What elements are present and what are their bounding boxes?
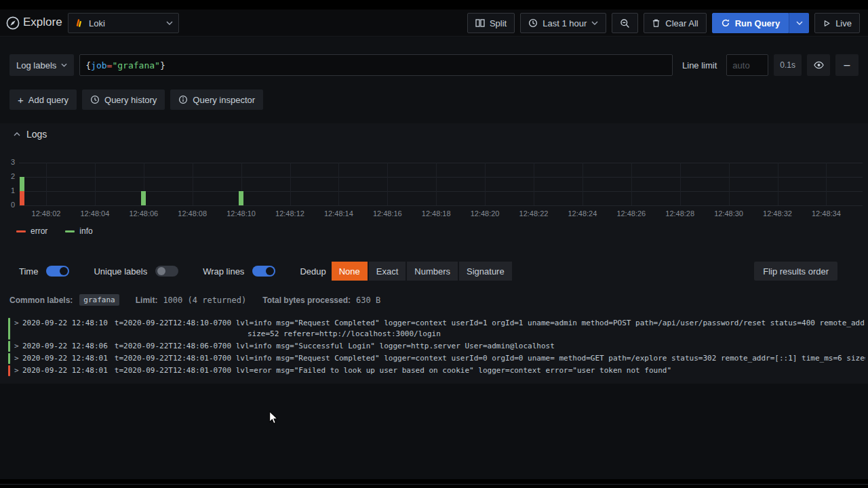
run-query-label: Run Query (735, 18, 780, 28)
x-axis-tick: 12:48:22 (512, 209, 555, 218)
wrap-lines-toggle-label: Wrap lines (203, 266, 244, 277)
dedup-option-signature[interactable]: Signature (459, 262, 512, 281)
log-row[interactable]: >2020-09-22 12:48:10t=2020-09-22T12:48:1… (8, 318, 865, 340)
gridline (778, 163, 778, 205)
logs-title: Logs (26, 129, 47, 140)
remove-query-button[interactable]: – (835, 54, 859, 76)
x-axis-tick: 12:48:18 (414, 209, 458, 218)
gridline (19, 177, 863, 178)
chevron-up-icon (14, 132, 20, 136)
query-token: { (85, 60, 91, 70)
log-message: t=2020-09-22T12:48:01-0700 lvl=eror msg=… (115, 365, 671, 376)
legend-label: error (31, 226, 47, 236)
dedup-option-numbers[interactable]: Numbers (407, 262, 458, 281)
log-row[interactable]: >2020-09-22 12:48:01t=2020-09-22T12:48:0… (8, 353, 865, 364)
line-limit-label: Line limit (678, 60, 721, 70)
query-inspector-button[interactable]: Query inspector (170, 89, 263, 110)
log-volume-bar-info (239, 191, 243, 205)
log-content: >2020-09-22 12:48:10t=2020-09-22T12:48:1… (14, 318, 865, 340)
log-timestamp: 2020-09-22 12:48:01 (22, 353, 108, 364)
gridline (729, 163, 730, 205)
log-volume-bar-info (141, 191, 146, 205)
gridline (19, 163, 863, 163)
expand-log-icon[interactable]: > (14, 353, 22, 364)
legend-color-dash (65, 230, 75, 232)
wrap-lines-toggle[interactable] (252, 266, 275, 277)
query-token: = (107, 60, 113, 70)
x-axis-tick: 12:48:08 (171, 209, 214, 218)
legend-label: info (79, 226, 92, 236)
window-bottom-edge (0, 484, 868, 485)
legend-color-dash (16, 230, 26, 232)
x-axis-tick: 12:48:16 (366, 209, 409, 218)
common-labels-value: grafana (79, 294, 119, 306)
minus-icon: – (844, 59, 850, 71)
query-token: "grafana" (112, 60, 159, 70)
line-limit-input[interactable] (726, 54, 768, 76)
query-history-button[interactable]: Query history (82, 89, 165, 110)
query-token: } (160, 60, 165, 70)
log-level-indicator-info (8, 318, 10, 340)
sync-icon (721, 18, 730, 28)
run-query-group: Run Query (712, 13, 809, 33)
x-axis-tick: 12:48:26 (610, 209, 653, 218)
clock-icon (528, 18, 538, 28)
expand-log-icon[interactable]: > (14, 341, 22, 352)
log-row[interactable]: >2020-09-22 12:48:01t=2020-09-22T12:48:0… (8, 365, 865, 376)
x-axis-tick: 12:48:30 (707, 209, 751, 218)
x-axis-tick: 12:48:24 (561, 209, 604, 218)
eye-icon (814, 61, 824, 69)
chevron-down-icon (166, 21, 173, 25)
chevron-down-icon (61, 63, 67, 67)
flip-results-order-button[interactable]: Flip results order (754, 262, 837, 281)
limit-label: Limit: (136, 296, 158, 305)
log-level-indicator-info (8, 341, 10, 352)
logql-query-input[interactable]: {job="grafana"} (79, 54, 673, 76)
log-rows-list: >2020-09-22 12:48:10t=2020-09-22T12:48:1… (8, 318, 865, 378)
unique-labels-toggle[interactable] (155, 266, 178, 277)
logs-meta-row: Common labels: grafana Limit: 1000 (4 re… (9, 294, 380, 306)
x-axis-tick: 12:48:20 (463, 209, 507, 218)
gridline (680, 163, 681, 205)
add-query-label: Add query (28, 95, 68, 105)
x-axis-tick: 12:48:12 (269, 209, 312, 218)
chart-legend: errorinfo (16, 226, 93, 236)
dedup-label: Dedup (300, 266, 326, 277)
legend-item-info[interactable]: info (65, 226, 92, 236)
info-circle-icon (178, 95, 188, 104)
time-range-picker[interactable]: Last 1 hour (520, 13, 606, 33)
log-labels-selector[interactable]: Log labels (9, 54, 74, 76)
add-query-button[interactable]: + Add query (9, 89, 77, 110)
expand-log-icon[interactable]: > (14, 318, 22, 329)
logs-section-header[interactable]: Logs (14, 129, 47, 140)
log-volume-bar-error (20, 191, 24, 205)
log-row[interactable]: >2020-09-22 12:48:06t=2020-09-22T12:48:0… (8, 341, 865, 352)
time-toggle[interactable] (46, 266, 69, 277)
query-inspector-label: Query inspector (193, 95, 255, 105)
query-row: Log labels {job="grafana"} Line limit 0.… (9, 54, 859, 76)
expand-log-icon[interactable]: > (14, 365, 22, 376)
bytes-processed-label: Total bytes processed: (262, 296, 351, 305)
zoom-out-icon (620, 18, 630, 28)
x-axis-tick: 12:48:14 (317, 209, 360, 218)
gridline (338, 163, 339, 205)
hide-query-button[interactable] (807, 54, 830, 76)
split-button[interactable]: Split (467, 13, 515, 33)
zoom-out-time-button[interactable] (612, 13, 638, 33)
history-clock-icon (90, 95, 100, 104)
run-query-dropdown-button[interactable] (789, 13, 809, 33)
log-message: t=2020-09-22T12:48:10-0700 lvl=info msg=… (115, 318, 865, 329)
clear-all-button[interactable]: Clear All (644, 13, 706, 33)
loki-logo-icon (74, 18, 84, 28)
dedup-option-exact[interactable]: Exact (369, 262, 406, 281)
run-query-button[interactable]: Run Query (712, 13, 789, 33)
legend-item-error[interactable]: error (16, 226, 47, 236)
datasource-picker[interactable]: Loki (68, 13, 179, 33)
logs-volume-chart[interactable]: 012312:48:0212:48:0412:48:0612:48:0812:4… (0, 157, 868, 225)
gridline (826, 163, 827, 205)
dedup-option-none[interactable]: None (332, 262, 368, 281)
play-icon (823, 19, 831, 28)
gridline (534, 163, 534, 205)
gridline (19, 205, 863, 206)
live-button[interactable]: Live (814, 13, 860, 33)
